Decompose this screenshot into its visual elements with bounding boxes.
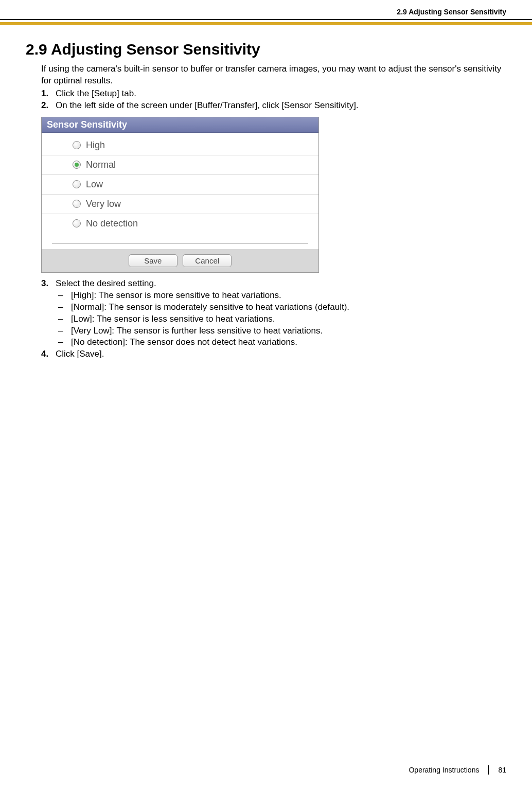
desc-text: [Very Low]: The sensor is further less s…	[71, 325, 323, 337]
step-number: 3.	[41, 278, 56, 349]
radio-label: Normal	[86, 160, 116, 170]
desc-high: – [High]: The sensor is more sensitive t…	[56, 290, 506, 302]
radio-option-high[interactable]: High	[42, 136, 318, 155]
desc-text: [High]: The sensor is more sensitive to …	[71, 290, 281, 302]
step-text: On the left side of the screen under [Bu…	[56, 100, 506, 112]
step-text: Select the desired setting.	[56, 278, 156, 288]
panel-button-bar: Save Cancel	[42, 249, 318, 272]
desc-verylow: – [Very Low]: The sensor is further less…	[56, 325, 506, 337]
step-3: 3. Select the desired setting. – [High]:…	[41, 278, 506, 349]
dash-icon: –	[56, 302, 71, 313]
footer-page-number: 81	[498, 766, 506, 774]
step-text: Click [Save].	[56, 348, 506, 360]
intro-paragraph: If using the camera's built-in sensor to…	[41, 63, 506, 87]
radio-icon	[73, 141, 81, 149]
step-text-container: Select the desired setting. – [High]: Th…	[56, 278, 506, 349]
radio-option-verylow[interactable]: Very low	[42, 195, 318, 214]
footer-divider	[488, 765, 489, 775]
radio-label: Very low	[86, 199, 121, 209]
sensor-sensitivity-panel: Sensor Sensitivity High Normal Low Very …	[41, 117, 319, 273]
desc-text: [Low]: The sensor is less sensitive to h…	[71, 313, 275, 325]
step-number: 2.	[41, 100, 56, 112]
desc-text: [No detection]: The sensor does not dete…	[71, 337, 297, 348]
header-rule-yellow	[0, 22, 532, 25]
step-number: 1.	[41, 88, 56, 100]
panel-options: High Normal Low Very low No detection	[42, 133, 318, 243]
radio-icon	[73, 180, 81, 188]
step-4: 4. Click [Save].	[41, 348, 506, 360]
desc-low: – [Low]: The sensor is less sensitive to…	[56, 313, 506, 325]
radio-label: High	[86, 140, 105, 151]
save-button[interactable]: Save	[129, 254, 178, 267]
radio-option-low[interactable]: Low	[42, 175, 318, 195]
breadcrumb: 2.9 Adjusting Sensor Sensitivity	[0, 0, 532, 19]
section-title: 2.9 Adjusting Sensor Sensitivity	[26, 41, 506, 58]
cancel-button[interactable]: Cancel	[183, 254, 232, 267]
step-number: 4.	[41, 348, 56, 360]
dash-icon: –	[56, 290, 71, 302]
steps-list-continued: 3. Select the desired setting. – [High]:…	[41, 278, 506, 361]
step-text: Click the [Setup] tab.	[56, 88, 506, 100]
desc-nodetection: – [No detection]: The sensor does not de…	[56, 337, 506, 348]
dash-icon: –	[56, 313, 71, 325]
dash-icon: –	[56, 337, 71, 348]
step-1: 1. Click the [Setup] tab.	[41, 88, 506, 100]
steps-list: 1. Click the [Setup] tab. 2. On the left…	[41, 88, 506, 112]
radio-option-normal[interactable]: Normal	[42, 155, 318, 175]
page-footer: Operating Instructions 81	[409, 765, 506, 775]
panel-divider	[52, 243, 308, 244]
option-descriptions: – [High]: The sensor is more sensitive t…	[56, 290, 506, 349]
radio-icon-selected	[73, 161, 81, 169]
radio-icon	[73, 200, 81, 208]
radio-label: Low	[86, 179, 103, 190]
desc-text: [Normal]: The sensor is moderately sensi…	[71, 302, 349, 313]
desc-normal: – [Normal]: The sensor is moderately sen…	[56, 302, 506, 313]
radio-option-nodetection[interactable]: No detection	[42, 214, 318, 233]
step-2: 2. On the left side of the screen under …	[41, 100, 506, 112]
footer-doc-title: Operating Instructions	[409, 766, 479, 774]
panel-titlebar: Sensor Sensitivity	[42, 117, 318, 133]
content-area: 2.9 Adjusting Sensor Sensitivity If usin…	[0, 25, 532, 360]
page-header: 2.9 Adjusting Sensor Sensitivity	[0, 0, 532, 25]
radio-icon	[73, 219, 81, 227]
radio-label: No detection	[86, 218, 138, 229]
dash-icon: –	[56, 325, 71, 337]
header-rule-black	[0, 19, 532, 20]
